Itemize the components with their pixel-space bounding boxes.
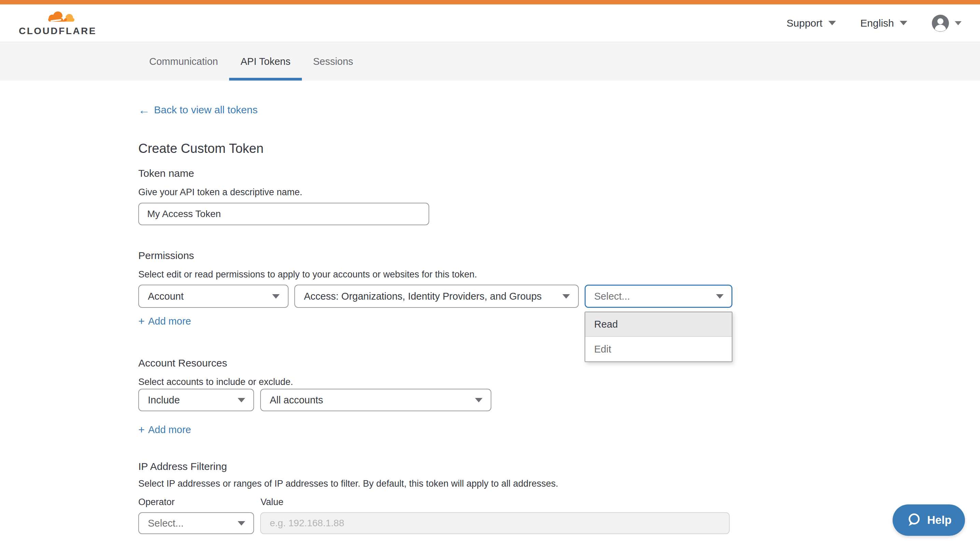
header: CLOUDFLARE Support English xyxy=(0,5,980,42)
tab-api-tokens[interactable]: API Tokens xyxy=(229,42,302,81)
chevron-down-icon xyxy=(828,21,836,25)
add-more-label: Add more xyxy=(148,424,191,436)
user-avatar-icon xyxy=(932,15,949,32)
account-resources-add-more-link[interactable]: + Add more xyxy=(138,424,191,436)
top-accent-bar xyxy=(0,0,980,5)
chevron-down-icon xyxy=(955,21,962,25)
cloudflare-wordmark: CLOUDFLARE xyxy=(19,25,79,36)
chevron-down-icon xyxy=(238,521,245,526)
chat-bubble-icon xyxy=(906,512,922,528)
plus-icon: + xyxy=(138,425,145,435)
back-arrow-icon: ← xyxy=(138,105,150,115)
back-to-tokens-link[interactable]: ← Back to view all tokens xyxy=(138,104,258,116)
resource-accounts-value: All accounts xyxy=(270,395,475,406)
permission-resource-value: Access: Organizations, Identity Provider… xyxy=(304,291,562,302)
resource-mode-value: Include xyxy=(148,395,238,406)
token-name-heading: Token name xyxy=(138,168,194,179)
chevron-down-icon xyxy=(238,398,245,402)
account-menu[interactable] xyxy=(932,15,962,32)
chevron-down-icon xyxy=(272,294,280,299)
page: CLOUDFLARE Support English xyxy=(0,0,980,544)
permission-level-placeholder: Select... xyxy=(594,291,716,302)
ip-filtering-description: Select IP addresses or ranges of IP addr… xyxy=(138,479,558,489)
help-button-label: Help xyxy=(927,514,952,527)
value-label: Value xyxy=(261,497,283,508)
support-label: Support xyxy=(787,17,822,29)
ip-operator-select[interactable]: Select... xyxy=(138,512,254,534)
ip-filter-row: Select... xyxy=(138,512,730,534)
cloudflare-logo[interactable]: CLOUDFLARE xyxy=(19,10,79,36)
permissions-add-more-link[interactable]: + Add more xyxy=(138,316,191,327)
profile-tabs: Communication API Tokens Sessions xyxy=(0,42,980,81)
back-link-label: Back to view all tokens xyxy=(154,104,258,116)
permissions-heading: Permissions xyxy=(138,250,194,262)
cloudflare-cloud-icon xyxy=(45,10,76,25)
account-resources-description: Select accounts to include or exclude. xyxy=(138,377,293,387)
main-content: ← Back to view all tokens Create Custom … xyxy=(0,81,980,544)
chevron-down-icon xyxy=(900,21,907,25)
permission-level-select[interactable]: Select... Read Edit xyxy=(585,285,732,308)
permission-resource-select[interactable]: Access: Organizations, Identity Provider… xyxy=(294,285,579,308)
account-resources-row: Include All accounts xyxy=(138,389,492,411)
header-menu: Support English xyxy=(787,15,962,32)
resource-mode-select[interactable]: Include xyxy=(138,389,254,411)
chevron-down-icon xyxy=(562,294,570,299)
token-name-description: Give your API token a descriptive name. xyxy=(138,187,302,198)
language-label: English xyxy=(861,17,894,29)
help-button[interactable]: Help xyxy=(892,504,965,536)
account-resources-heading: Account Resources xyxy=(138,357,227,369)
language-menu[interactable]: English xyxy=(861,17,907,29)
permissions-row: Account Access: Organizations, Identity … xyxy=(138,285,732,308)
token-name-input[interactable] xyxy=(138,203,429,225)
permission-level-menu: Read Edit xyxy=(585,312,732,362)
tab-sessions[interactable]: Sessions xyxy=(302,42,365,81)
chevron-down-icon xyxy=(475,398,482,402)
ip-operator-placeholder: Select... xyxy=(148,518,238,529)
permission-scope-select[interactable]: Account xyxy=(138,285,288,308)
permission-scope-value: Account xyxy=(148,291,272,302)
permissions-description: Select edit or read permissions to apply… xyxy=(138,269,477,280)
ip-value-input[interactable] xyxy=(260,512,730,534)
chevron-down-icon xyxy=(716,294,724,299)
page-title: Create Custom Token xyxy=(138,141,264,156)
ip-filtering-heading: IP Address Filtering xyxy=(138,461,227,472)
support-menu[interactable]: Support xyxy=(787,17,836,29)
resource-accounts-select[interactable]: All accounts xyxy=(260,389,492,411)
add-more-label: Add more xyxy=(148,316,191,327)
menu-item-edit[interactable]: Edit xyxy=(585,337,732,362)
plus-icon: + xyxy=(138,316,145,326)
operator-label: Operator xyxy=(138,497,175,508)
menu-item-read[interactable]: Read xyxy=(585,312,732,337)
tab-communication[interactable]: Communication xyxy=(138,42,229,81)
